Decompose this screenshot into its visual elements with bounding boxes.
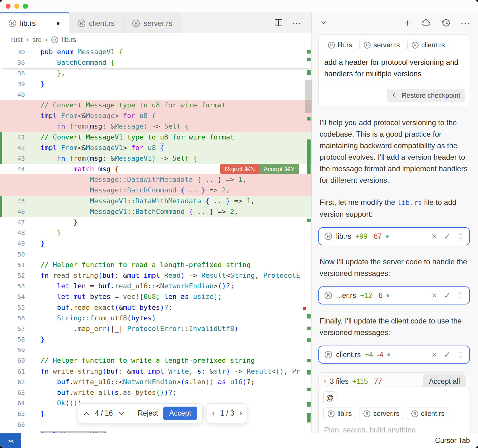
line-number: 60 (0, 355, 25, 366)
chat-input[interactable] (324, 426, 466, 433)
file-diff-card-lib[interactable]: Rlib.rs+99-67×✓ (318, 227, 470, 245)
accept-button[interactable]: Accept (163, 407, 197, 420)
tab-label: client.rs (89, 19, 115, 28)
line-number: 62 (0, 377, 25, 387)
expand-card-icon[interactable] (457, 291, 464, 300)
minimize-window-button[interactable] (14, 4, 19, 9)
file-name: ...er.rs (336, 291, 356, 300)
line-number: 53 (0, 281, 25, 291)
line-number: 51 (0, 260, 25, 270)
chat-more-actions-icon[interactable]: ⋯ (461, 17, 471, 28)
pending-change-dot (387, 294, 389, 297)
assistant-paragraph: First, let me modify the lib.rs file to … (320, 196, 469, 220)
remote-indicator[interactable]: >< (0, 433, 21, 448)
breadcrumb[interactable]: rust›src›Rlib.rs (0, 33, 312, 47)
diff-added-mark (307, 402, 311, 407)
undo-icon (392, 92, 399, 99)
tab-client.rs[interactable]: Rclient.rs (69, 12, 124, 33)
prev-file-icon[interactable]: ‹ (212, 409, 215, 417)
code-line-56: 56 String::from_utf8(bytes) (0, 313, 312, 323)
reject-file-button[interactable]: × (432, 350, 437, 359)
breadcrumb-separator: › (45, 36, 47, 44)
restore-checkpoint-button[interactable]: Restore checkpoint (387, 89, 465, 102)
inline-accept-button[interactable]: Accept ⌘Y (259, 164, 299, 174)
editor-pane: Rlib.rs●Rclient.rsRserver.rs ⋯ rust›src›… (0, 12, 312, 433)
line-number: 58 (0, 334, 25, 345)
file-chip-lib.rs[interactable]: Rlib.rs (323, 408, 356, 420)
code-line-36: 36 BatchCommand { (0, 57, 312, 68)
code-line-45: 45 MessageV1::DataWithMetadata { .. } =>… (0, 196, 312, 206)
next-file-icon[interactable]: › (240, 409, 242, 417)
close-window-button[interactable] (6, 4, 11, 9)
scrollbar-thumb[interactable] (305, 80, 312, 113)
expand-card-icon[interactable] (457, 232, 464, 241)
line-number: 42 (0, 143, 25, 153)
lines-removed: -67 (372, 232, 382, 241)
cursor-tab-status[interactable]: Cursor Tab (435, 436, 478, 445)
rust-file-icon: R (328, 410, 335, 417)
code-line-58: 58} (0, 334, 312, 345)
line-number: 50 (0, 249, 25, 260)
inline-reject-button[interactable]: Reject ⌘N (220, 164, 259, 174)
line-number: 46 (0, 206, 25, 217)
code-line-51: 51// Helper function to read a length-pr… (0, 260, 312, 270)
cloud-icon[interactable] (421, 19, 431, 27)
lines-added: +99 (355, 232, 368, 241)
breadcrumb-item[interactable]: src (32, 36, 41, 44)
file-chip-server.rs[interactable]: Rserver.rs (359, 39, 404, 51)
file-pager: 1 / 3 (220, 409, 234, 417)
accept-file-button[interactable]: ✓ (444, 232, 451, 240)
diff-added-mark (307, 327, 311, 330)
rust-file-icon: R (325, 233, 332, 240)
line-number: 65 (0, 408, 25, 419)
file-diff-card-client[interactable]: Rclient.rs+4-4×✓ (318, 346, 470, 364)
zoom-window-button[interactable] (23, 4, 28, 9)
rust-file-icon: R (412, 42, 419, 49)
reject-button[interactable]: Reject (138, 409, 158, 417)
new-chat-icon[interactable]: + (405, 17, 411, 28)
unsaved-changes-dot: ● (56, 20, 60, 27)
file-diff-card-server[interactable]: R...er.rs+12-6×✓ (318, 286, 470, 304)
next-change-icon[interactable] (118, 411, 125, 416)
editor-more-actions-icon[interactable]: ⋯ (292, 17, 302, 28)
tab-lib.rs[interactable]: Rlib.rs● (0, 12, 69, 33)
expand-summary-icon[interactable]: › (324, 377, 326, 386)
overview-ruler[interactable] (305, 47, 312, 433)
file-chip-lib.rs[interactable]: Rlib.rs (324, 39, 356, 51)
split-editor-icon[interactable] (274, 19, 283, 27)
accept-file-button[interactable]: ✓ (444, 291, 451, 299)
history-icon[interactable] (441, 18, 451, 27)
code-line-55: 55 buf.read_exact(&mut bytes)?; (0, 302, 312, 313)
breadcrumb-separator: › (26, 36, 29, 44)
lines-added: +115 (352, 377, 368, 386)
line-number: 36 (0, 57, 25, 68)
line-number (0, 121, 25, 132)
assistant-paragraph: I'll help you add protocol versioning to… (320, 117, 469, 186)
code-editor[interactable]: 30pub enum MessageV1 {36 BatchCommand {3… (0, 47, 312, 433)
breadcrumb-file[interactable]: lib.rs (62, 36, 76, 44)
reject-file-button[interactable]: × (432, 291, 437, 300)
tab-server.rs[interactable]: Rserver.rs (124, 12, 181, 33)
file-chip-client.rs[interactable]: Rclient.rs (407, 39, 449, 51)
code-line-39: 39} (0, 79, 312, 89)
breadcrumb-item[interactable]: rust (11, 36, 23, 44)
diff-added-mark (307, 388, 311, 391)
code-line-49: 49} (0, 238, 312, 249)
chat-messages[interactable]: Rlib.rsRserver.rsRclient.rs add a header… (312, 33, 478, 433)
add-context-button[interactable]: @ (323, 391, 336, 404)
assistant-paragraph: Finally, I'll update the client code to … (320, 315, 469, 338)
collapse-chat-icon[interactable] (319, 20, 328, 26)
file-chip-server.rs[interactable]: Rserver.rs (359, 408, 404, 420)
accept-file-button[interactable]: ✓ (444, 351, 451, 359)
file-chip-client.rs[interactable]: Rclient.rs (407, 408, 449, 420)
expand-card-icon[interactable] (457, 350, 464, 359)
line-number: 57 (0, 323, 25, 334)
prev-change-icon[interactable] (83, 411, 90, 416)
line-number: 43 (0, 153, 25, 164)
line-number: 61 (0, 366, 25, 377)
code-line-30: 30pub enum MessageV1 { (0, 47, 312, 57)
chat-input-card[interactable]: @ Rlib.rsRserver.rsRclient.rs ∞ Agent ⌘I… (318, 387, 470, 433)
reject-file-button[interactable]: × (432, 232, 437, 241)
diff-added-mark (307, 139, 311, 174)
code-line-59: 59 (0, 345, 312, 355)
